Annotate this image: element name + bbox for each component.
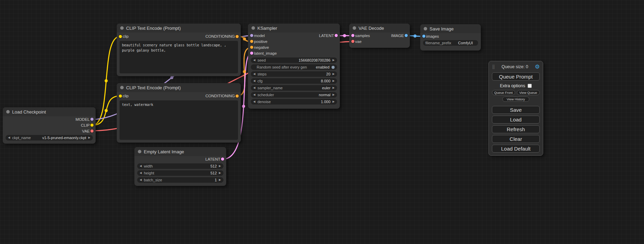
widget-denoise[interactable]: ◀ denoise 1.000 ▶ [251, 99, 337, 105]
increment-arrow-icon[interactable]: ▶ [219, 165, 221, 168]
output-dot-image[interactable] [405, 34, 408, 37]
node-load-checkpoint[interactable]: Load Checkpoint MODEL CLIP VAE ◀ ckpt_na… [3, 107, 96, 144]
increment-arrow-icon[interactable]: ▶ [333, 80, 335, 82]
decrement-arrow-icon[interactable]: ◀ [253, 93, 255, 96]
output-dot-conditioning[interactable] [236, 94, 239, 98]
widget-batch-size[interactable]: ◀ batch_size 1 ▶ [137, 177, 223, 183]
node-title: Save Image [430, 26, 453, 31]
node-title-bar[interactable]: VAE Decode [349, 24, 410, 33]
widget-width[interactable]: ◀ width 512 ▶ [137, 163, 223, 169]
queue-front-button[interactable]: Queue Front [492, 90, 515, 95]
output-dot-clip[interactable] [90, 124, 94, 127]
decrement-arrow-icon[interactable]: ◀ [253, 100, 255, 103]
decrement-arrow-icon[interactable]: ◀ [253, 87, 255, 89]
input-dot-clip[interactable] [119, 35, 122, 38]
load-button[interactable]: Load [492, 116, 540, 124]
collapse-dot-icon[interactable] [252, 26, 255, 30]
input-dot-negative[interactable] [250, 46, 253, 49]
node-clip-text-encode-positive[interactable]: CLIP Text Encode (Prompt) clip CONDITION… [117, 24, 241, 76]
slot-row-negative: negative [248, 44, 340, 50]
increment-arrow-icon[interactable]: ▶ [88, 136, 90, 139]
decrement-arrow-icon[interactable]: ◀ [140, 165, 142, 168]
node-title-bar[interactable]: CLIP Text Encode (Prompt) [117, 83, 241, 92]
drag-handle-icon[interactable]: ⣿ [492, 64, 495, 69]
widget-label: ckpt_name [12, 136, 31, 140]
increment-arrow-icon[interactable]: ▶ [219, 179, 221, 181]
increment-arrow-icon[interactable]: ▶ [333, 59, 335, 62]
widget-seed[interactable]: ◀ seed 156680208700286 ▶ [251, 57, 337, 63]
node-save-image[interactable]: Save Image images filename_prefix ComfyU… [420, 24, 481, 51]
widget-cfg[interactable]: ◀ cfg 8.000 ▶ [251, 78, 337, 84]
node-ksampler[interactable]: KSampler model LATENT positive negative … [248, 24, 340, 109]
widget-scheduler[interactable]: ◀ scheduler normal ▶ [251, 92, 337, 98]
node-title-bar[interactable]: CLIP Text Encode (Prompt) [117, 24, 241, 33]
input-label: latent_image [254, 51, 277, 55]
input-dot-latent-image[interactable] [250, 52, 253, 55]
widget-label: scheduler [257, 93, 274, 97]
input-label: vae [355, 39, 362, 44]
link-midpoint-dot [243, 70, 246, 73]
node-title-bar[interactable]: KSampler [248, 24, 340, 33]
negative-prompt-textarea[interactable]: text, watermark [120, 100, 238, 140]
save-button[interactable]: Save [492, 106, 540, 114]
decrement-arrow-icon[interactable]: ◀ [253, 59, 255, 62]
collapse-dot-icon[interactable] [353, 26, 356, 30]
widget-steps[interactable]: ◀ steps 20 ▶ [251, 71, 337, 77]
input-dot-samples[interactable] [351, 34, 354, 37]
collapse-dot-icon[interactable] [6, 110, 10, 114]
slot-row-model: model LATENT [248, 33, 340, 38]
decrement-arrow-icon[interactable]: ◀ [140, 172, 142, 174]
increment-arrow-icon[interactable]: ▶ [333, 100, 335, 103]
view-queue-button[interactable]: View Queue [517, 90, 540, 95]
positive-prompt-textarea[interactable]: beautiful scenery nature glass bottle la… [120, 41, 238, 73]
increment-arrow-icon[interactable]: ▶ [333, 73, 335, 75]
decrement-arrow-icon[interactable]: ◀ [253, 80, 255, 82]
widget-ckpt-name[interactable]: ◀ ckpt_name v1-5-pruned-emaonly.ckpt ▶ [6, 135, 93, 141]
clear-button[interactable]: Clear [492, 135, 540, 143]
link-midpoint-dot [242, 105, 245, 108]
input-dot-images[interactable] [422, 35, 425, 38]
widget-random-seed[interactable]: Random seed after every gen enabled [251, 64, 337, 70]
output-dot-model[interactable] [90, 118, 94, 121]
queue-panel: ⣿ Queue size: 0 ⚙ Queue Prompt Extra opt… [488, 61, 543, 156]
node-clip-text-encode-negative[interactable]: CLIP Text Encode (Prompt) clip CONDITION… [117, 83, 241, 143]
collapse-dot-icon[interactable] [120, 86, 124, 89]
output-dot-latent[interactable] [335, 34, 338, 37]
widget-sampler-name[interactable]: ◀ sampler_name euler ▶ [251, 85, 337, 91]
node-title-bar[interactable]: Save Image [420, 24, 481, 33]
output-dot-conditioning[interactable] [236, 35, 239, 38]
view-history-button[interactable]: View History [502, 97, 529, 102]
settings-gear-icon[interactable]: ⚙ [535, 64, 540, 70]
input-dot-model[interactable] [250, 34, 253, 37]
decrement-arrow-icon[interactable]: ◀ [140, 179, 142, 181]
input-dot-positive[interactable] [250, 40, 253, 43]
increment-arrow-icon[interactable]: ▶ [333, 93, 335, 96]
input-label: positive [254, 39, 267, 44]
widget-filename-prefix[interactable]: filename_prefix ComfyUI [423, 40, 478, 46]
extra-options-checkbox[interactable] [528, 84, 532, 88]
output-label: CLIP [81, 123, 90, 127]
node-title-bar[interactable]: Empty Latent Image [134, 147, 226, 156]
collapse-dot-icon[interactable] [120, 26, 124, 30]
queue-prompt-button[interactable]: Queue Prompt [492, 72, 540, 81]
node-title-bar[interactable]: Load Checkpoint [3, 107, 96, 116]
output-label: IMAGE [391, 34, 404, 38]
output-dot-vae[interactable] [90, 129, 94, 133]
collapse-dot-icon[interactable] [424, 27, 427, 30]
node-vae-decode[interactable]: VAE Decode samples IMAGE vae [349, 24, 410, 48]
node-graph-canvas[interactable]: Load Checkpoint MODEL CLIP VAE ◀ ckpt_na… [0, 0, 644, 244]
boolean-toggle-icon[interactable] [332, 66, 335, 69]
increment-arrow-icon[interactable]: ▶ [219, 172, 221, 174]
refresh-button[interactable]: Refresh [492, 125, 540, 133]
widget-height[interactable]: ◀ height 512 ▶ [137, 170, 223, 176]
output-dot-latent[interactable] [221, 157, 224, 161]
input-dot-clip[interactable] [119, 94, 122, 98]
load-default-button[interactable]: Load Default [492, 145, 540, 153]
decrement-arrow-icon[interactable]: ◀ [253, 73, 255, 75]
decrement-arrow-icon[interactable]: ◀ [8, 136, 10, 139]
node-title: Load Checkpoint [12, 109, 46, 115]
node-empty-latent-image[interactable]: Empty Latent Image LATENT ◀ width 512 ▶ … [134, 147, 226, 186]
collapse-dot-icon[interactable] [138, 150, 141, 153]
increment-arrow-icon[interactable]: ▶ [333, 87, 335, 89]
input-dot-vae[interactable] [351, 40, 354, 43]
